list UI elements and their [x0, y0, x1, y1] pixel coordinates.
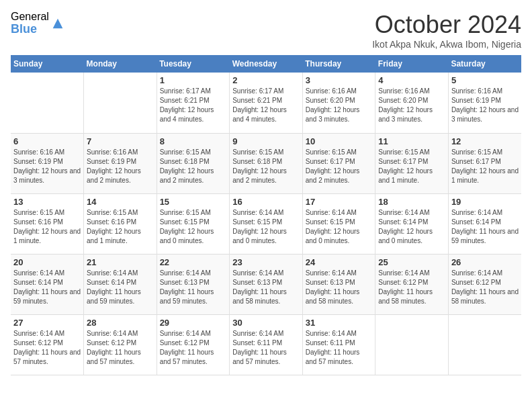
day-info: Sunrise: 6:17 AM Sunset: 6:21 PM Dayligh…	[160, 87, 227, 124]
day-number: 11	[378, 136, 445, 146]
calendar-day-cell	[84, 73, 157, 133]
day-info: Sunrise: 6:14 AM Sunset: 6:11 PM Dayligh…	[306, 329, 373, 367]
calendar-day-cell: 31Sunrise: 6:14 AM Sunset: 6:11 PM Dayli…	[302, 314, 375, 375]
col-saturday: Saturday	[448, 55, 521, 73]
day-number: 3	[306, 75, 373, 85]
logo: General Blue	[11, 11, 65, 36]
day-number: 20	[13, 257, 81, 267]
day-number: 12	[451, 136, 519, 146]
calendar-table: Sunday Monday Tuesday Wednesday Thursday…	[11, 55, 521, 375]
day-info: Sunrise: 6:15 AM Sunset: 6:18 PM Dayligh…	[232, 148, 300, 185]
calendar-day-cell	[375, 314, 449, 375]
calendar-day-cell: 13Sunrise: 6:15 AM Sunset: 6:16 PM Dayli…	[11, 193, 84, 254]
calendar-day-cell: 14Sunrise: 6:15 AM Sunset: 6:16 PM Dayli…	[84, 193, 157, 254]
calendar-day-cell: 4Sunrise: 6:16 AM Sunset: 6:20 PM Daylig…	[375, 73, 449, 133]
day-number: 8	[160, 136, 227, 146]
day-number: 23	[232, 257, 300, 267]
col-friday: Friday	[375, 55, 449, 73]
calendar-day-cell: 17Sunrise: 6:14 AM Sunset: 6:15 PM Dayli…	[302, 193, 375, 254]
day-info: Sunrise: 6:15 AM Sunset: 6:15 PM Dayligh…	[160, 208, 227, 246]
title-section: October 2024 Ikot Akpa Nkuk, Akwa Ibom, …	[372, 11, 521, 50]
calendar-day-cell: 2Sunrise: 6:17 AM Sunset: 6:21 PM Daylig…	[230, 73, 303, 133]
day-info: Sunrise: 6:14 AM Sunset: 6:14 PM Dayligh…	[378, 208, 445, 246]
calendar-week-row: 6Sunrise: 6:16 AM Sunset: 6:19 PM Daylig…	[11, 133, 521, 193]
day-info: Sunrise: 6:14 AM Sunset: 6:13 PM Dayligh…	[232, 269, 300, 306]
calendar-day-cell: 11Sunrise: 6:15 AM Sunset: 6:17 PM Dayli…	[375, 133, 449, 193]
day-number: 24	[306, 257, 373, 267]
day-number: 5	[451, 75, 519, 85]
logo-general-text: General	[11, 11, 49, 23]
calendar-day-cell: 26Sunrise: 6:14 AM Sunset: 6:12 PM Dayli…	[448, 254, 521, 314]
calendar-day-cell: 10Sunrise: 6:15 AM Sunset: 6:17 PM Dayli…	[302, 133, 375, 193]
calendar-day-cell: 18Sunrise: 6:14 AM Sunset: 6:14 PM Dayli…	[375, 193, 449, 254]
day-info: Sunrise: 6:15 AM Sunset: 6:16 PM Dayligh…	[13, 208, 81, 246]
day-number: 25	[378, 257, 445, 267]
day-number: 2	[232, 75, 300, 85]
day-number: 27	[13, 318, 81, 328]
day-info: Sunrise: 6:14 AM Sunset: 6:12 PM Dayligh…	[451, 269, 519, 306]
calendar-day-cell: 21Sunrise: 6:14 AM Sunset: 6:14 PM Dayli…	[84, 254, 157, 314]
day-info: Sunrise: 6:14 AM Sunset: 6:15 PM Dayligh…	[232, 208, 300, 246]
month-title: October 2024	[372, 11, 521, 39]
svg-marker-0	[53, 18, 63, 28]
calendar-day-cell: 5Sunrise: 6:16 AM Sunset: 6:19 PM Daylig…	[448, 73, 521, 133]
day-number: 17	[306, 197, 373, 207]
day-info: Sunrise: 6:14 AM Sunset: 6:14 PM Dayligh…	[13, 269, 81, 306]
calendar-day-cell: 23Sunrise: 6:14 AM Sunset: 6:13 PM Dayli…	[230, 254, 303, 314]
calendar-day-cell: 25Sunrise: 6:14 AM Sunset: 6:12 PM Dayli…	[375, 254, 449, 314]
calendar-day-cell: 1Sunrise: 6:17 AM Sunset: 6:21 PM Daylig…	[157, 73, 230, 133]
day-number: 13	[13, 197, 81, 207]
calendar-day-cell: 3Sunrise: 6:16 AM Sunset: 6:20 PM Daylig…	[302, 73, 375, 133]
day-info: Sunrise: 6:16 AM Sunset: 6:20 PM Dayligh…	[306, 87, 373, 124]
day-number: 31	[306, 318, 373, 328]
day-number: 30	[232, 318, 300, 328]
location-subtitle: Ikot Akpa Nkuk, Akwa Ibom, Nigeria	[372, 39, 521, 50]
calendar-day-cell: 15Sunrise: 6:15 AM Sunset: 6:15 PM Dayli…	[157, 193, 230, 254]
day-number: 28	[87, 318, 154, 328]
day-info: Sunrise: 6:14 AM Sunset: 6:12 PM Dayligh…	[87, 329, 154, 367]
col-monday: Monday	[84, 55, 157, 73]
day-number: 7	[87, 136, 154, 146]
calendar-day-cell	[11, 73, 84, 133]
calendar-week-row: 27Sunrise: 6:14 AM Sunset: 6:12 PM Dayli…	[11, 314, 521, 375]
calendar-day-cell: 12Sunrise: 6:15 AM Sunset: 6:17 PM Dayli…	[448, 133, 521, 193]
col-thursday: Thursday	[302, 55, 375, 73]
day-number: 29	[160, 318, 227, 328]
day-info: Sunrise: 6:14 AM Sunset: 6:12 PM Dayligh…	[160, 329, 227, 367]
day-number: 26	[451, 257, 519, 267]
calendar-day-cell: 8Sunrise: 6:15 AM Sunset: 6:18 PM Daylig…	[157, 133, 230, 193]
day-number: 21	[87, 257, 154, 267]
calendar-day-cell	[448, 314, 521, 375]
day-number: 18	[378, 197, 445, 207]
calendar-day-cell: 28Sunrise: 6:14 AM Sunset: 6:12 PM Dayli…	[84, 314, 157, 375]
calendar-header-row: Sunday Monday Tuesday Wednesday Thursday…	[11, 55, 521, 73]
calendar-week-row: 1Sunrise: 6:17 AM Sunset: 6:21 PM Daylig…	[11, 73, 521, 133]
day-info: Sunrise: 6:15 AM Sunset: 6:17 PM Dayligh…	[378, 148, 445, 185]
day-info: Sunrise: 6:15 AM Sunset: 6:18 PM Dayligh…	[160, 148, 227, 185]
day-info: Sunrise: 6:17 AM Sunset: 6:21 PM Dayligh…	[232, 87, 300, 124]
day-info: Sunrise: 6:14 AM Sunset: 6:12 PM Dayligh…	[378, 269, 445, 306]
day-info: Sunrise: 6:14 AM Sunset: 6:11 PM Dayligh…	[232, 329, 300, 367]
calendar-day-cell: 24Sunrise: 6:14 AM Sunset: 6:13 PM Dayli…	[302, 254, 375, 314]
calendar-day-cell: 6Sunrise: 6:16 AM Sunset: 6:19 PM Daylig…	[11, 133, 84, 193]
day-number: 6	[13, 136, 81, 146]
day-info: Sunrise: 6:14 AM Sunset: 6:15 PM Dayligh…	[306, 208, 373, 246]
day-info: Sunrise: 6:14 AM Sunset: 6:14 PM Dayligh…	[87, 269, 154, 306]
calendar-day-cell: 30Sunrise: 6:14 AM Sunset: 6:11 PM Dayli…	[230, 314, 303, 375]
day-number: 22	[160, 257, 227, 267]
day-number: 4	[378, 75, 445, 85]
day-info: Sunrise: 6:15 AM Sunset: 6:17 PM Dayligh…	[451, 148, 519, 185]
day-info: Sunrise: 6:16 AM Sunset: 6:19 PM Dayligh…	[13, 148, 81, 185]
day-info: Sunrise: 6:16 AM Sunset: 6:19 PM Dayligh…	[87, 148, 154, 185]
day-number: 15	[160, 197, 227, 207]
day-number: 9	[232, 136, 300, 146]
day-info: Sunrise: 6:15 AM Sunset: 6:16 PM Dayligh…	[87, 208, 154, 246]
day-number: 14	[87, 197, 154, 207]
logo-blue-text: Blue	[11, 23, 49, 36]
col-sunday: Sunday	[11, 55, 84, 73]
calendar-day-cell: 9Sunrise: 6:15 AM Sunset: 6:18 PM Daylig…	[230, 133, 303, 193]
day-number: 19	[451, 197, 519, 207]
day-info: Sunrise: 6:16 AM Sunset: 6:19 PM Dayligh…	[451, 87, 519, 124]
day-info: Sunrise: 6:16 AM Sunset: 6:20 PM Dayligh…	[378, 87, 445, 124]
day-info: Sunrise: 6:15 AM Sunset: 6:17 PM Dayligh…	[306, 148, 373, 185]
